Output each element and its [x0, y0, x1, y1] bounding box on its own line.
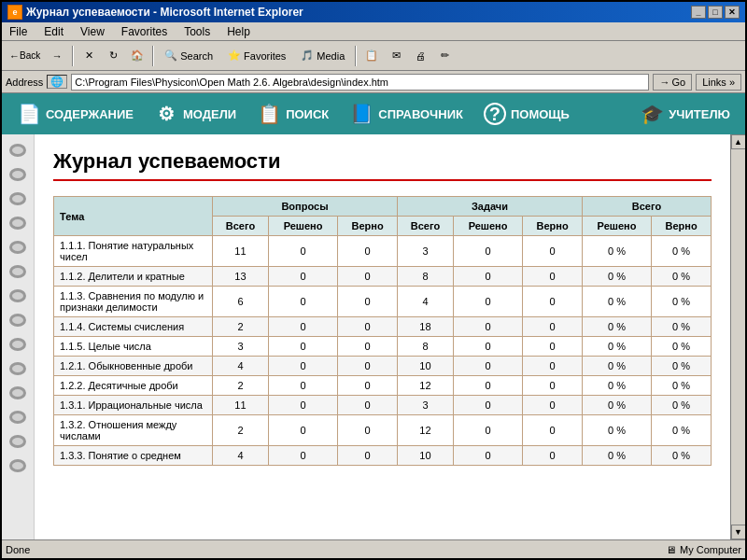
- maximize-button[interactable]: □: [708, 6, 723, 19]
- cell-zver: 0: [523, 415, 583, 446]
- table-row: 1.1.3. Сравнения по модулю и признаки де…: [54, 287, 712, 317]
- cell-zq: 12: [397, 415, 453, 446]
- cell-vver: 0: [338, 415, 398, 446]
- address-input[interactable]: [71, 74, 649, 91]
- help-icon: ?: [484, 103, 506, 125]
- links-button[interactable]: Links »: [696, 74, 741, 91]
- media-button[interactable]: 🎵 Media: [294, 45, 351, 67]
- cell-vres: 0: [268, 287, 337, 317]
- print-button[interactable]: 🖨: [409, 45, 431, 67]
- cell-tres: 0 %: [582, 337, 651, 357]
- cell-zq: 3: [397, 236, 453, 267]
- cell-tema: 1.2.1. Обыкновенные дроби: [54, 357, 213, 376]
- toolbar-separator-1: [72, 46, 74, 66]
- favorites-icon: ⭐: [228, 49, 241, 62]
- favorites-button[interactable]: ⭐ Favorites: [221, 45, 292, 67]
- cell-vres: 0: [268, 337, 337, 357]
- nav-reference[interactable]: 📘 СПРАВОЧНИК: [342, 98, 471, 130]
- reference-icon: 📘: [349, 102, 374, 126]
- refresh-button[interactable]: ↻: [102, 45, 124, 67]
- cell-vq: 2: [213, 415, 269, 446]
- history-button[interactable]: 📋: [360, 45, 383, 67]
- back-button[interactable]: ← Back: [6, 45, 44, 67]
- cell-zver: 0: [523, 376, 583, 396]
- nav-content[interactable]: 📄 СОДЕРЖАНИЕ: [9, 98, 141, 130]
- nav-models-label: МОДЕЛИ: [183, 107, 236, 121]
- table-row: 1.2.2. Десятичные дроби 2 0 0 12 0 0 0 %…: [54, 376, 712, 396]
- scroll-down-button[interactable]: ▼: [731, 525, 746, 539]
- spiral-ring: [9, 289, 26, 302]
- cell-vres: 0: [268, 446, 337, 466]
- page-title: Журнал успеваемости: [53, 149, 712, 181]
- mail-button[interactable]: ✉: [385, 45, 407, 67]
- cell-zres: 0: [453, 396, 522, 415]
- menu-view[interactable]: View: [77, 24, 108, 39]
- cell-vq: 11: [213, 396, 269, 415]
- nav-teacher[interactable]: 🎓 УЧИТЕЛЮ: [632, 98, 738, 130]
- go-button[interactable]: → Go: [653, 74, 692, 91]
- cell-zq: 3: [397, 396, 453, 415]
- cell-vres: 0: [268, 357, 337, 376]
- cell-tres: 0 %: [582, 415, 651, 446]
- cell-tver: 0 %: [652, 267, 712, 287]
- nav-models[interactable]: ⚙ МОДЕЛИ: [147, 98, 244, 130]
- nav-search[interactable]: 📋 ПОИСК: [249, 98, 336, 130]
- spiral-ring: [9, 362, 26, 375]
- spiral-ring: [9, 459, 26, 472]
- home-button[interactable]: 🏠: [126, 45, 148, 67]
- title-bar: e Журнал успеваемости - Microsoft Intern…: [2, 2, 745, 22]
- main-content: Журнал успеваемости Тема Вопросы Задачи …: [35, 134, 730, 539]
- content-icon: 📄: [17, 102, 41, 126]
- menu-file[interactable]: File: [6, 24, 31, 39]
- scroll-up-button[interactable]: ▲: [731, 134, 746, 149]
- cell-zq: 8: [397, 337, 453, 357]
- menu-favorites[interactable]: Favorites: [118, 24, 171, 39]
- col-header-voprosy: Вопросы: [213, 197, 398, 217]
- cell-vver: 0: [338, 357, 398, 376]
- edit-button[interactable]: ✏: [433, 45, 456, 67]
- cell-tres: 0 %: [582, 446, 651, 466]
- cell-vq: 2: [213, 317, 269, 337]
- spiral-ring: [9, 435, 26, 448]
- stop-button[interactable]: ✕: [78, 45, 100, 67]
- cell-vres: 0: [268, 415, 337, 446]
- menu-help[interactable]: Help: [223, 24, 254, 39]
- cell-tver: 0 %: [652, 317, 712, 337]
- subhead-zq-verno: Верно: [523, 217, 583, 236]
- table-row: 1.3.1. Иррациональные числа 11 0 0 3 0 0…: [54, 396, 712, 415]
- nav-help-label: ПОМОЩЬ: [511, 107, 570, 121]
- close-button[interactable]: ✕: [725, 6, 740, 19]
- app-icon: e: [7, 5, 22, 20]
- status-text: Done: [6, 544, 30, 555]
- cell-zq: 18: [397, 317, 453, 337]
- forward-button[interactable]: →: [46, 45, 68, 67]
- table-row: 1.1.5. Целые числа 3 0 0 8 0 0 0 % 0 %: [54, 337, 712, 357]
- spiral-ring: [9, 411, 26, 424]
- search-button[interactable]: 🔍 Search: [158, 45, 219, 67]
- menu-tools[interactable]: Tools: [180, 24, 214, 39]
- nav-search-label: ПОИСК: [286, 107, 329, 121]
- cell-zres: 0: [453, 236, 522, 267]
- subhead-tot-resheno: Решено: [582, 217, 651, 236]
- cell-tema: 1.1.1. Понятие натуральных чисел: [54, 236, 213, 267]
- nav-bar: 📄 СОДЕРЖАНИЕ ⚙ МОДЕЛИ 📋 ПОИСК 📘 СПРАВОЧН…: [2, 93, 745, 134]
- cell-zver: 0: [523, 287, 583, 317]
- cell-tres: 0 %: [582, 396, 651, 415]
- nav-content-label: СОДЕРЖАНИЕ: [46, 107, 134, 121]
- toolbar-separator-2: [152, 46, 154, 66]
- cell-vres: 0: [268, 267, 337, 287]
- cell-vver: 0: [338, 337, 398, 357]
- minimize-button[interactable]: _: [691, 6, 706, 19]
- cell-zres: 0: [453, 267, 522, 287]
- nav-help[interactable]: ? ПОМОЩЬ: [476, 99, 577, 129]
- cell-tema: 1.1.5. Целые числа: [54, 337, 213, 357]
- nav-reference-label: СПРАВОЧНИК: [378, 107, 463, 121]
- address-bar: Address 🌐 → Go Links »: [2, 71, 745, 93]
- cell-tema: 1.3.2. Отношения между числами: [54, 415, 213, 446]
- cell-tver: 0 %: [652, 396, 712, 415]
- menu-edit[interactable]: Edit: [40, 24, 67, 39]
- table-row: 1.3.3. Понятие о среднем 4 0 0 10 0 0 0 …: [54, 446, 712, 466]
- table-row: 1.1.1. Понятие натуральных чисел 11 0 0 …: [54, 236, 712, 267]
- cell-tema: 1.1.4. Системы счисления: [54, 317, 213, 337]
- scrollbar[interactable]: ▲ ▼: [730, 134, 745, 539]
